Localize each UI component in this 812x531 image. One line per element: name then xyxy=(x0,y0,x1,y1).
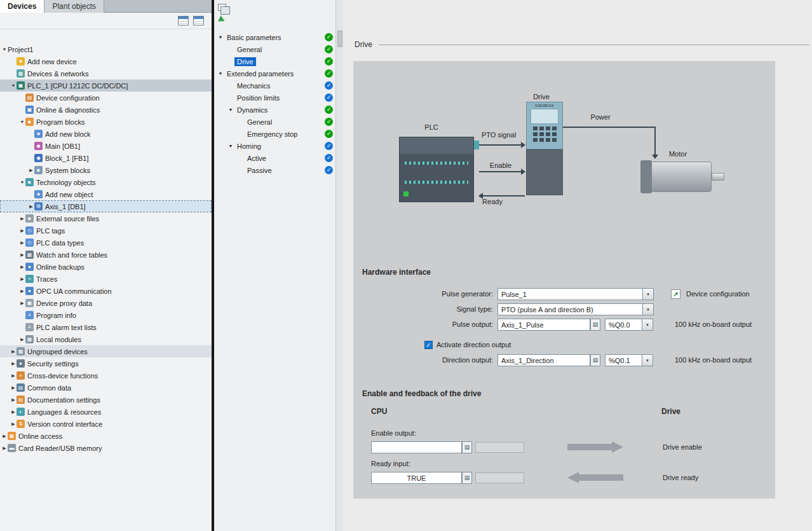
pulse-output-symbol-table-button[interactable]: ▤ xyxy=(590,319,600,331)
direction-output-address-select[interactable]: %Q0.1 ▼ xyxy=(605,354,653,366)
nav-item-emergency-stop[interactable]: Emergency stop✓ xyxy=(214,128,343,140)
ready-input-symbol-table-button[interactable]: ▤ xyxy=(462,472,472,484)
tree-item-system-blocks[interactable]: ▶■System blocks xyxy=(0,164,212,176)
expander-icon[interactable]: ▶ xyxy=(10,410,17,415)
expander-icon[interactable]: ▶ xyxy=(10,361,17,366)
nav-item-extended-parameters[interactable]: ▼Extended parameters✓ xyxy=(214,67,343,79)
device-configuration-link[interactable]: Device configuration xyxy=(686,288,750,300)
device-configuration-link-icon[interactable]: ↗ xyxy=(671,289,680,299)
tree-item-axis-1-db1[interactable]: ▶⚙Axis_1 [DB1] xyxy=(0,200,212,212)
expander-icon[interactable]: ▶ xyxy=(1,434,8,439)
nav-item-dynamics[interactable]: ▼Dynamics✓ xyxy=(214,104,343,116)
expander-icon[interactable]: ▼ xyxy=(10,83,17,88)
expander-icon[interactable]: ▼ xyxy=(227,107,234,112)
tree-item-add-new-device[interactable]: ★Add new device xyxy=(0,55,212,67)
tree-item-plc-alarm-text-lists[interactable]: ≡PLC alarm text lists xyxy=(0,321,212,333)
tree-item-security-settings[interactable]: ▶●Security settings xyxy=(0,357,212,369)
pulse-generator-dropdown-icon[interactable]: ▼ xyxy=(642,289,653,300)
expander-icon[interactable]: ▶ xyxy=(10,349,17,354)
enable-output-symbol-table-button[interactable]: ▤ xyxy=(462,441,472,453)
expander-icon[interactable]: ▶ xyxy=(19,265,25,270)
direction-output-field[interactable]: Axis_1_Direction xyxy=(497,354,590,366)
details-view-icon[interactable] xyxy=(178,16,189,25)
expander-icon[interactable]: ▶ xyxy=(19,337,25,342)
enable-output-field[interactable] xyxy=(371,441,462,453)
tree-item-online-access[interactable]: ▶▦Online access xyxy=(0,430,212,442)
expander-icon[interactable]: ▶ xyxy=(19,301,25,306)
expander-icon[interactable]: ▶ xyxy=(10,397,17,403)
tree-item-watch-and-force-tables[interactable]: ▶▦Watch and force tables xyxy=(0,249,212,261)
pulse-output-field[interactable]: Axis_1_Pulse xyxy=(497,319,590,331)
tree-item-opc-ua-communication[interactable]: ▶●OPC UA communication xyxy=(0,285,212,297)
tree-item-version-control-interface[interactable]: ▶⇅Version control interface xyxy=(0,418,212,430)
direction-output-symbol-table-button[interactable]: ▤ xyxy=(590,354,600,366)
expander-icon[interactable]: ▼ xyxy=(19,180,25,184)
tree-item-documentation-settings[interactable]: ▶▤Documentation settings xyxy=(0,394,212,406)
nav-item-active[interactable]: Active✓ xyxy=(214,152,343,164)
tree-item-add-new-block[interactable]: ★Add new block xyxy=(0,128,212,140)
expander-icon[interactable]: ▼ xyxy=(217,71,224,76)
pulse-output-address-dropdown-icon[interactable]: ▼ xyxy=(642,319,653,330)
nav-item-drive[interactable]: Drive✓ xyxy=(214,55,343,67)
expander-icon[interactable]: ▼ xyxy=(19,120,25,124)
ready-input-field[interactable]: TRUE xyxy=(371,472,462,484)
tree-item-cross-device-functions[interactable]: ▶×Cross-device functions xyxy=(0,369,212,382)
tab-plant-objects[interactable]: Plant objects xyxy=(44,0,104,13)
direction-output-address-dropdown-icon[interactable]: ▼ xyxy=(642,355,653,366)
nav-item-position-limits[interactable]: Position limits✓ xyxy=(214,92,343,104)
activate-direction-checkbox[interactable]: ✓ xyxy=(424,341,433,349)
expander-icon[interactable]: ▶ xyxy=(19,228,25,233)
tree-item-plc-1-cpu-1212c-dc-dc-dc[interactable]: ▼▣PLC_1 [CPU 1212C DC/DC/DC] xyxy=(0,79,212,92)
expander-icon[interactable]: ▼ xyxy=(1,47,8,52)
nav-item-basic-parameters[interactable]: ▼Basic parameters✓ xyxy=(214,31,343,43)
tree-item-traces[interactable]: ▶≈Traces xyxy=(0,273,212,285)
nav-item-general[interactable]: General✓ xyxy=(214,43,343,55)
expander-icon[interactable]: ▶ xyxy=(19,289,25,294)
tree-item-block-1-fb1[interactable]: ◆Block_1 [FB1] xyxy=(0,152,212,164)
scrollbar-thumb[interactable] xyxy=(337,31,342,47)
tree-item-common-data[interactable]: ▶▤Common data xyxy=(0,382,212,394)
tree-item-project1[interactable]: ▼Project1 xyxy=(0,43,212,55)
tree-item-technology-objects[interactable]: ▼■Technology objects xyxy=(0,176,212,188)
go-arrow-icon[interactable] xyxy=(218,16,226,24)
nav-item-mechanics[interactable]: Mechanics✓ xyxy=(214,79,343,92)
tree-item-online-backups[interactable]: ▶●Online backups xyxy=(0,261,212,273)
overview-icon[interactable] xyxy=(193,16,204,25)
pulse-output-address-select[interactable]: %Q0.0 ▼ xyxy=(605,319,653,331)
expander-icon[interactable]: ▶ xyxy=(10,385,17,390)
signal-type-dropdown-icon[interactable]: ▼ xyxy=(642,304,653,315)
windows-icon[interactable] xyxy=(218,4,226,11)
tree-item-card-reader-usb-memory[interactable]: ▶▬Card Reader/USB memory xyxy=(0,442,212,454)
pulse-generator-select[interactable]: Pulse_1 ▼ xyxy=(497,288,654,300)
expander-icon[interactable]: ▼ xyxy=(217,35,224,39)
tree-item-devices-networks[interactable]: ▦Devices & networks xyxy=(0,67,212,79)
tree-item-external-source-files[interactable]: ▶■External source files xyxy=(0,212,212,224)
tree-item-plc-tags[interactable]: ▶◇PLC tags xyxy=(0,224,212,237)
expander-icon[interactable]: ▶ xyxy=(19,252,25,258)
tree-item-languages-resources[interactable]: ▶◐Languages & resources xyxy=(0,406,212,418)
expander-icon[interactable]: ▶ xyxy=(28,168,34,173)
expander-icon[interactable]: ▶ xyxy=(19,216,25,221)
nav-item-passive[interactable]: Passive✓ xyxy=(214,164,343,176)
nav-scrollbar[interactable] xyxy=(335,0,343,531)
expander-icon[interactable]: ▶ xyxy=(10,422,17,427)
tree-item-ungrouped-devices[interactable]: ▶▦Ungrouped devices xyxy=(0,345,212,357)
tree-item-main-ob1[interactable]: ◆Main [OB1] xyxy=(0,140,212,152)
tab-devices[interactable]: Devices xyxy=(0,0,44,13)
expander-icon[interactable]: ▼ xyxy=(227,144,234,148)
expander-icon[interactable]: ▶ xyxy=(10,373,17,378)
tree-item-online-diagnostics[interactable]: ▣Online & diagnostics xyxy=(0,104,212,116)
tree-item-local-modules[interactable]: ▶▦Local modules xyxy=(0,333,212,345)
tree-item-program-blocks[interactable]: ▼■Program blocks xyxy=(0,116,212,128)
tree-item-device-proxy-data[interactable]: ▶▣Device proxy data xyxy=(0,297,212,309)
nav-item-homing[interactable]: ▼Homing✓ xyxy=(214,140,343,152)
expander-icon[interactable]: ▶ xyxy=(19,240,25,245)
expander-icon[interactable]: ▶ xyxy=(1,446,8,451)
expander-icon[interactable]: ▶ xyxy=(19,277,25,282)
expander-icon[interactable]: ▶ xyxy=(28,204,34,209)
tree-item-add-new-object[interactable]: ★Add new object xyxy=(0,188,212,200)
tree-item-device-configuration[interactable]: ▤Device configuration xyxy=(0,92,212,104)
tree-item-plc-data-types[interactable]: ▶◇PLC data types xyxy=(0,237,212,249)
nav-item-general[interactable]: General✓ xyxy=(214,116,343,128)
signal-type-select[interactable]: PTO (pulse A and direction B) ▼ xyxy=(497,303,654,315)
